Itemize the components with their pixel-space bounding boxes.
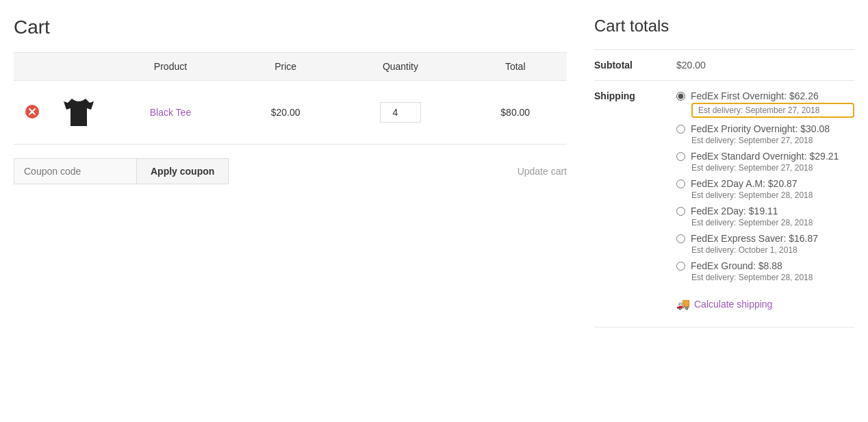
est-delivery-fedex-express: Est delivery: October 1, 2018	[691, 245, 854, 255]
shipping-option-label-fedex-express: FedEx Express Saver: $16.87	[691, 233, 818, 244]
shipping-option-fedex-2day-am: FedEx 2Day A.M: $20.87Est delivery: Sept…	[676, 178, 854, 200]
subtotal-label: Subtotal	[594, 50, 676, 81]
shipping-option-label-fedex-ground: FedEx Ground: $8.88	[691, 260, 782, 271]
est-delivery-fedex-standard: Est delivery: September 27, 2018	[691, 163, 854, 173]
col-header-price: Price	[234, 53, 337, 81]
product-thumbnail	[62, 92, 96, 133]
col-header-product: Product	[107, 53, 234, 81]
col-header-quantity: Quantity	[337, 53, 463, 81]
shipping-radio-fedex-standard[interactable]	[676, 152, 685, 161]
subtotal-row: Subtotal $20.00	[594, 50, 854, 81]
coupon-input[interactable]	[14, 158, 137, 184]
tshirt-icon	[62, 96, 95, 129]
est-delivery-fedex-2day: Est delivery: September 28, 2018	[691, 218, 854, 227]
cart-totals-title: Cart totals	[594, 16, 854, 36]
table-row: Black Tee $20.00 $80.00	[14, 81, 567, 145]
cart-section: Cart Product Price Quantity Total	[14, 16, 567, 327]
col-header-remove	[14, 53, 51, 81]
product-name-link[interactable]: Black Tee	[150, 107, 191, 118]
shipping-radio-fedex-2day[interactable]	[676, 207, 685, 216]
shipping-radio-fedex-2day-am[interactable]	[676, 179, 685, 188]
est-delivery-fedex-priority: Est delivery: September 27, 2018	[691, 136, 854, 145]
cart-title: Cart	[14, 16, 567, 38]
cart-totals-section: Cart totals Subtotal $20.00 Shipping Fed…	[594, 16, 854, 327]
product-price-cell: $20.00	[234, 81, 337, 145]
col-header-image	[51, 53, 107, 81]
remove-cell	[14, 81, 51, 145]
shipping-options-list: FedEx First Overnight: $62.26Est deliver…	[676, 90, 854, 285]
calculate-shipping-label: Calculate shipping	[694, 299, 772, 310]
est-delivery-fedex-2day-am: Est delivery: September 28, 2018	[691, 190, 854, 200]
product-image-cell	[51, 81, 107, 145]
cart-actions: Apply coupon Update cart	[14, 158, 567, 184]
shipping-option-fedex-ground: FedEx Ground: $8.88Est delivery: Septemb…	[676, 260, 854, 282]
est-delivery-fedex-first: Est delivery: September 27, 2018	[691, 103, 854, 118]
shipping-option-fedex-express: FedEx Express Saver: $16.87Est delivery:…	[676, 233, 854, 255]
shipping-options-cell: FedEx First Overnight: $62.26Est deliver…	[676, 81, 854, 327]
shipping-option-label-fedex-priority: FedEx Priority Overnight: $30.08	[691, 123, 830, 134]
apply-coupon-button[interactable]: Apply coupon	[137, 158, 229, 184]
shipping-option-label-fedex-2day: FedEx 2Day: $19.11	[691, 206, 778, 216]
subtotal-amount: $20.00	[676, 60, 706, 71]
est-delivery-fedex-ground: Est delivery: September 28, 2018	[691, 273, 854, 282]
remove-item-button[interactable]	[25, 104, 40, 119]
shipping-option-fedex-first: FedEx First Overnight: $62.26Est deliver…	[676, 90, 854, 118]
shipping-radio-fedex-priority[interactable]	[676, 125, 685, 134]
update-cart-button[interactable]: Update cart	[518, 159, 567, 184]
shipping-label: Shipping	[594, 81, 676, 327]
product-total-cell: $80.00	[463, 81, 567, 145]
shipping-radio-fedex-first[interactable]	[676, 92, 685, 101]
shipping-option-fedex-standard: FedEx Standard Overnight: $29.21Est deli…	[676, 151, 854, 173]
shipping-option-label-fedex-standard: FedEx Standard Overnight: $29.21	[691, 151, 839, 162]
shipping-option-fedex-2day: FedEx 2Day: $19.11Est delivery: Septembe…	[676, 206, 854, 227]
truck-icon: 🚚	[676, 297, 690, 310]
shipping-option-fedex-priority: FedEx Priority Overnight: $30.08Est deli…	[676, 123, 854, 145]
quantity-input[interactable]	[380, 102, 421, 123]
remove-icon	[25, 104, 40, 119]
product-qty-cell	[337, 81, 463, 145]
calculate-shipping-link[interactable]: 🚚 Calculate shipping	[676, 290, 854, 317]
cart-table: Product Price Quantity Total	[14, 52, 567, 145]
shipping-radio-fedex-express[interactable]	[676, 234, 685, 243]
shipping-option-label-fedex-first: FedEx First Overnight: $62.26	[691, 90, 819, 101]
col-header-total: Total	[463, 53, 567, 81]
shipping-radio-fedex-ground[interactable]	[676, 262, 685, 271]
shipping-row: Shipping FedEx First Overnight: $62.26Es…	[594, 81, 854, 327]
totals-table: Subtotal $20.00 Shipping FedEx First Ove…	[594, 49, 854, 327]
product-name-cell: Black Tee	[107, 81, 234, 145]
shipping-option-label-fedex-2day-am: FedEx 2Day A.M: $20.87	[691, 178, 797, 189]
subtotal-value: $20.00	[676, 50, 854, 81]
